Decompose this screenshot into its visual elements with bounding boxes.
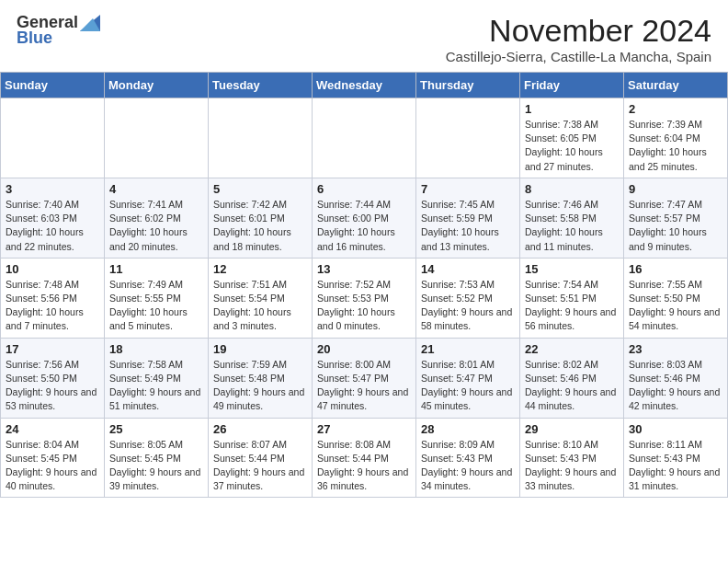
day-info: Sunrise: 7:41 AMSunset: 6:02 PMDaylight:…	[109, 198, 203, 254]
day-number: 20	[317, 342, 411, 356]
calendar-day-cell: 8Sunrise: 7:46 AMSunset: 5:58 PMDaylight…	[520, 178, 624, 258]
calendar-day-cell: 13Sunrise: 7:52 AMSunset: 5:53 PMDayligh…	[313, 258, 416, 338]
day-number: 26	[213, 422, 307, 436]
day-info: Sunrise: 7:53 AMSunset: 5:52 PMDaylight:…	[421, 278, 515, 334]
weekday-header-cell: Tuesday	[209, 73, 313, 98]
day-number: 4	[109, 182, 203, 196]
day-number: 27	[317, 422, 411, 436]
calendar-day-cell: 11Sunrise: 7:49 AMSunset: 5:55 PMDayligh…	[105, 258, 209, 338]
calendar-day-cell	[416, 98, 520, 178]
logo: General Blue	[17, 13, 100, 48]
calendar-day-cell: 25Sunrise: 8:05 AMSunset: 5:45 PMDayligh…	[105, 418, 209, 498]
day-number: 23	[629, 342, 722, 356]
calendar-day-cell: 19Sunrise: 7:59 AMSunset: 5:48 PMDayligh…	[209, 338, 313, 418]
calendar-day-cell: 16Sunrise: 7:55 AMSunset: 5:50 PMDayligh…	[624, 258, 728, 338]
calendar-table: SundayMondayTuesdayWednesdayThursdayFrid…	[0, 72, 728, 498]
day-info: Sunrise: 7:49 AMSunset: 5:55 PMDaylight:…	[109, 278, 203, 334]
day-number: 2	[629, 102, 722, 116]
calendar-day-cell: 22Sunrise: 8:02 AMSunset: 5:46 PMDayligh…	[520, 338, 624, 418]
calendar-day-cell: 1Sunrise: 7:38 AMSunset: 6:05 PMDaylight…	[520, 98, 624, 178]
calendar-day-cell	[105, 98, 209, 178]
day-info: Sunrise: 7:39 AMSunset: 6:04 PMDaylight:…	[629, 118, 722, 174]
day-info: Sunrise: 8:02 AMSunset: 5:46 PMDaylight:…	[525, 358, 619, 414]
day-info: Sunrise: 8:07 AMSunset: 5:44 PMDaylight:…	[213, 438, 307, 494]
day-number: 24	[6, 422, 99, 436]
calendar-day-cell: 21Sunrise: 8:01 AMSunset: 5:47 PMDayligh…	[416, 338, 520, 418]
day-info: Sunrise: 7:40 AMSunset: 6:03 PMDaylight:…	[6, 198, 99, 254]
day-info: Sunrise: 8:05 AMSunset: 5:45 PMDaylight:…	[109, 438, 203, 494]
calendar-day-cell: 3Sunrise: 7:40 AMSunset: 6:03 PMDaylight…	[1, 178, 105, 258]
day-info: Sunrise: 7:38 AMSunset: 6:05 PMDaylight:…	[525, 118, 619, 174]
calendar-day-cell: 10Sunrise: 7:48 AMSunset: 5:56 PMDayligh…	[1, 258, 105, 338]
day-number: 30	[629, 422, 722, 436]
day-info: Sunrise: 7:52 AMSunset: 5:53 PMDaylight:…	[317, 278, 411, 334]
calendar-header-row: SundayMondayTuesdayWednesdayThursdayFrid…	[1, 73, 728, 98]
calendar-day-cell: 26Sunrise: 8:07 AMSunset: 5:44 PMDayligh…	[209, 418, 313, 498]
logo-blue-text: Blue	[17, 29, 52, 48]
day-number: 15	[525, 262, 619, 276]
calendar-day-cell: 30Sunrise: 8:11 AMSunset: 5:43 PMDayligh…	[624, 418, 728, 498]
day-number: 13	[317, 262, 411, 276]
calendar-day-cell: 5Sunrise: 7:42 AMSunset: 6:01 PMDaylight…	[209, 178, 313, 258]
day-number: 6	[317, 182, 411, 196]
day-info: Sunrise: 8:10 AMSunset: 5:43 PMDaylight:…	[525, 438, 619, 494]
page-header: General Blue November 2024 Castillejo-Si…	[0, 0, 728, 72]
calendar-day-cell: 17Sunrise: 7:56 AMSunset: 5:50 PMDayligh…	[1, 338, 105, 418]
calendar-day-cell: 12Sunrise: 7:51 AMSunset: 5:54 PMDayligh…	[209, 258, 313, 338]
calendar-day-cell: 29Sunrise: 8:10 AMSunset: 5:43 PMDayligh…	[520, 418, 624, 498]
day-number: 16	[629, 262, 722, 276]
calendar-week-row: 24Sunrise: 8:04 AMSunset: 5:45 PMDayligh…	[1, 418, 728, 498]
calendar-day-cell: 6Sunrise: 7:44 AMSunset: 6:00 PMDaylight…	[313, 178, 416, 258]
day-info: Sunrise: 8:11 AMSunset: 5:43 PMDaylight:…	[629, 438, 722, 494]
calendar-day-cell: 18Sunrise: 7:58 AMSunset: 5:49 PMDayligh…	[105, 338, 209, 418]
calendar-day-cell: 14Sunrise: 7:53 AMSunset: 5:52 PMDayligh…	[416, 258, 520, 338]
day-info: Sunrise: 7:48 AMSunset: 5:56 PMDaylight:…	[6, 278, 99, 334]
day-number: 18	[109, 342, 203, 356]
day-number: 21	[421, 342, 515, 356]
day-info: Sunrise: 7:54 AMSunset: 5:51 PMDaylight:…	[525, 278, 619, 334]
month-title: November 2024	[446, 13, 711, 49]
day-info: Sunrise: 8:03 AMSunset: 5:46 PMDaylight:…	[629, 358, 722, 414]
day-number: 9	[629, 182, 722, 196]
day-info: Sunrise: 7:44 AMSunset: 6:00 PMDaylight:…	[317, 198, 411, 254]
calendar-day-cell: 20Sunrise: 8:00 AMSunset: 5:47 PMDayligh…	[313, 338, 416, 418]
day-info: Sunrise: 7:42 AMSunset: 6:01 PMDaylight:…	[213, 198, 307, 254]
day-number: 25	[109, 422, 203, 436]
day-number: 17	[6, 342, 99, 356]
title-block: November 2024 Castillejo-Sierra, Castill…	[446, 13, 711, 64]
calendar-day-cell: 27Sunrise: 8:08 AMSunset: 5:44 PMDayligh…	[313, 418, 416, 498]
calendar-week-row: 1Sunrise: 7:38 AMSunset: 6:05 PMDaylight…	[1, 98, 728, 178]
logo-icon	[80, 15, 100, 31]
weekday-header-cell: Thursday	[416, 73, 520, 98]
day-number: 3	[6, 182, 99, 196]
weekday-header-cell: Wednesday	[313, 73, 416, 98]
calendar-day-cell: 2Sunrise: 7:39 AMSunset: 6:04 PMDaylight…	[624, 98, 728, 178]
calendar-week-row: 3Sunrise: 7:40 AMSunset: 6:03 PMDaylight…	[1, 178, 728, 258]
day-info: Sunrise: 8:00 AMSunset: 5:47 PMDaylight:…	[317, 358, 411, 414]
calendar-day-cell	[209, 98, 313, 178]
day-number: 7	[421, 182, 515, 196]
day-number: 8	[525, 182, 619, 196]
day-info: Sunrise: 8:04 AMSunset: 5:45 PMDaylight:…	[6, 438, 99, 494]
day-number: 5	[213, 182, 307, 196]
calendar-week-row: 17Sunrise: 7:56 AMSunset: 5:50 PMDayligh…	[1, 338, 728, 418]
day-number: 29	[525, 422, 619, 436]
calendar-day-cell: 24Sunrise: 8:04 AMSunset: 5:45 PMDayligh…	[1, 418, 105, 498]
calendar-day-cell: 23Sunrise: 8:03 AMSunset: 5:46 PMDayligh…	[624, 338, 728, 418]
day-number: 22	[525, 342, 619, 356]
weekday-header-cell: Sunday	[1, 73, 105, 98]
location: Castillejo-Sierra, Castille-La Mancha, S…	[446, 49, 711, 64]
day-number: 1	[525, 102, 619, 116]
day-number: 19	[213, 342, 307, 356]
calendar-day-cell	[1, 98, 105, 178]
calendar-day-cell: 4Sunrise: 7:41 AMSunset: 6:02 PMDaylight…	[105, 178, 209, 258]
calendar-day-cell: 9Sunrise: 7:47 AMSunset: 5:57 PMDaylight…	[624, 178, 728, 258]
day-number: 28	[421, 422, 515, 436]
calendar-day-cell: 15Sunrise: 7:54 AMSunset: 5:51 PMDayligh…	[520, 258, 624, 338]
day-info: Sunrise: 7:55 AMSunset: 5:50 PMDaylight:…	[629, 278, 722, 334]
weekday-header-cell: Friday	[520, 73, 624, 98]
day-info: Sunrise: 8:09 AMSunset: 5:43 PMDaylight:…	[421, 438, 515, 494]
day-info: Sunrise: 8:08 AMSunset: 5:44 PMDaylight:…	[317, 438, 411, 494]
weekday-header-cell: Monday	[105, 73, 209, 98]
day-number: 14	[421, 262, 515, 276]
